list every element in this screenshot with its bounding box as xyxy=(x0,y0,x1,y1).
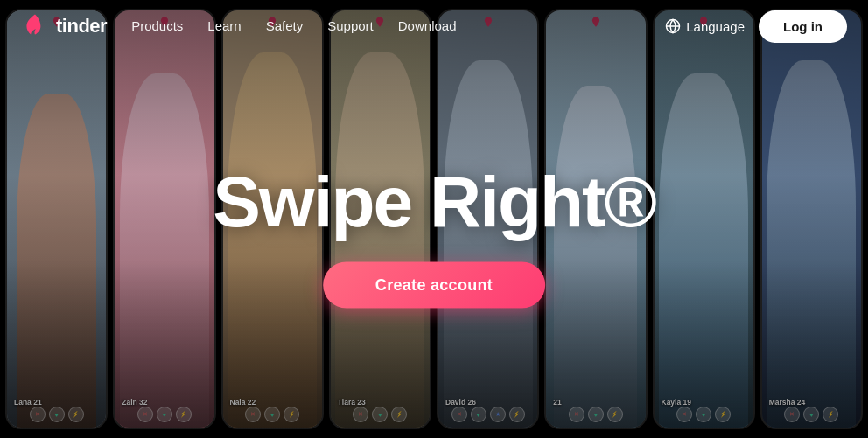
language-globe-icon xyxy=(665,18,681,34)
logo-link[interactable]: tinder xyxy=(21,12,107,40)
nav-products[interactable]: Products xyxy=(131,18,183,33)
language-label: Language xyxy=(686,19,745,34)
login-button[interactable]: Log in xyxy=(759,10,847,43)
hero-content: Swipe Right® Create account xyxy=(213,165,655,308)
hero-title: Swipe Right® xyxy=(213,165,655,237)
language-button[interactable]: Language xyxy=(665,18,745,34)
navbar: tinder Products Learn Safety Support Dow… xyxy=(0,0,868,52)
nav-support[interactable]: Support xyxy=(327,18,374,33)
brand-name: tinder xyxy=(56,15,107,38)
nav-safety[interactable]: Safety xyxy=(266,18,304,33)
create-account-button[interactable]: Create account xyxy=(323,261,545,308)
nav-download[interactable]: Download xyxy=(398,18,457,33)
nav-right: Language Log in xyxy=(665,10,847,43)
nav-links: Products Learn Safety Support Download xyxy=(131,18,456,34)
tinder-flame-icon xyxy=(21,12,49,40)
nav-learn[interactable]: Learn xyxy=(207,18,241,33)
